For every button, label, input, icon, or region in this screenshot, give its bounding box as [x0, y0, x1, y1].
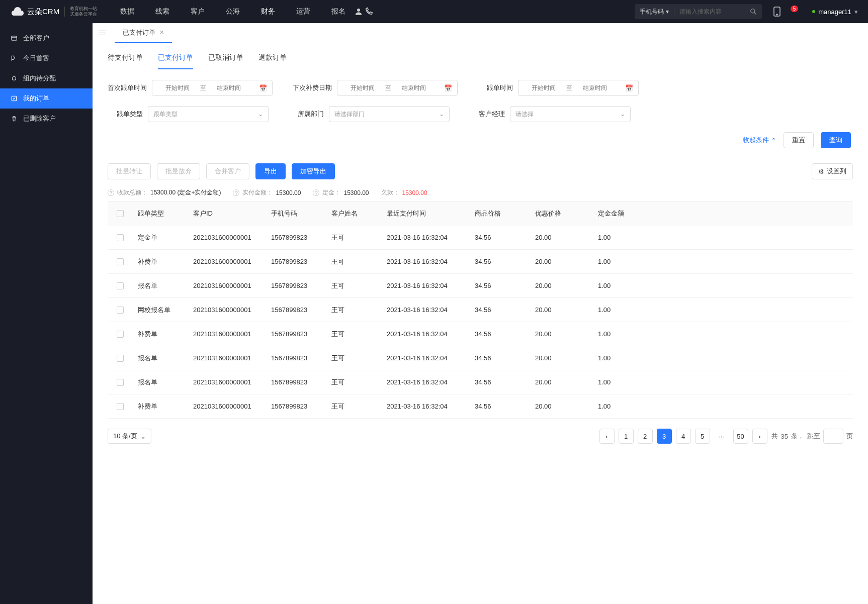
user-menu[interactable]: manager11▾ — [812, 8, 858, 16]
collapse-filters-link[interactable]: 收起条件⌃ — [743, 136, 776, 145]
next-fee-date-range[interactable]: 至📅 — [337, 80, 458, 96]
nav-item-6[interactable]: 报名 — [323, 0, 354, 23]
column-settings-button[interactable]: ⚙设置列 — [812, 163, 853, 179]
export-button[interactable]: 导出 — [255, 163, 286, 179]
follow-time-date-range[interactable]: 至📅 — [518, 80, 639, 96]
merge-customer-button[interactable]: 合并客户 — [206, 163, 249, 179]
sidebar-item-2[interactable]: 组内待分配 — [0, 68, 93, 88]
page-button-3[interactable]: 3 — [657, 429, 672, 444]
next-page-button[interactable]: › — [752, 429, 767, 444]
nav-item-5[interactable]: 运营 — [288, 0, 318, 23]
next-fee-label: 下次补费日期 — [293, 83, 332, 92]
sub-tab-1[interactable]: 已支付订单 — [158, 53, 193, 69]
page-button-5[interactable]: 5 — [695, 429, 710, 444]
page-button-4[interactable]: 4 — [676, 429, 691, 444]
cell-deposit: 1.00 — [598, 282, 643, 289]
select-all-checkbox[interactable] — [117, 210, 124, 217]
query-button[interactable]: 查询 — [821, 132, 851, 148]
page-ellipsis: ··· — [714, 429, 729, 444]
cell-phone: 1567899823 — [271, 330, 331, 338]
table-row[interactable]: 网校报名单20210316000000011567899823王可2021-03… — [108, 298, 853, 322]
search-input[interactable] — [674, 8, 750, 15]
search-icon[interactable] — [750, 8, 757, 15]
cell-phone: 1567899823 — [271, 354, 331, 362]
mobile-icon[interactable] — [772, 7, 782, 17]
cell-id: 2021031600000001 — [193, 258, 271, 265]
dept-select[interactable]: 请选择部门⌄ — [329, 106, 450, 122]
sidebar-item-4[interactable]: 已删除客户 — [0, 109, 93, 129]
table-row[interactable]: 报名单20210316000000011567899823王可2021-03-1… — [108, 346, 853, 370]
sidebar-item-0[interactable]: 全部客户 — [0, 28, 93, 48]
dept-label: 所属部门 — [289, 110, 324, 119]
row-checkbox[interactable] — [117, 258, 124, 265]
table-row[interactable]: 报名单20210316000000011567899823王可2021-03-1… — [108, 370, 853, 394]
end-date-input[interactable] — [209, 84, 249, 91]
row-checkbox[interactable] — [117, 355, 124, 362]
table-row[interactable]: 补费单20210316000000011567899823王可2021-03-1… — [108, 322, 853, 346]
user-icon[interactable] — [354, 7, 364, 17]
bell-icon[interactable]: 5 — [792, 7, 802, 17]
row-checkbox[interactable] — [117, 403, 124, 410]
table-row[interactable]: 补费单20210316000000011567899823王可2021-03-1… — [108, 394, 853, 419]
cell-deposit: 1.00 — [598, 258, 643, 265]
cell-type: 补费单 — [133, 330, 193, 339]
cell-name: 王可 — [331, 306, 387, 315]
manager-label: 客户经理 — [470, 110, 505, 119]
sidebar-item-3[interactable]: 我的订单 — [0, 88, 93, 109]
row-checkbox[interactable] — [117, 379, 124, 386]
manager-select[interactable]: 请选择⌄ — [510, 106, 631, 122]
start-date-input[interactable] — [524, 84, 564, 91]
row-checkbox[interactable] — [117, 282, 124, 289]
page-button-2[interactable]: 2 — [638, 429, 653, 444]
table-row[interactable]: 报名单20210316000000011567899823王可2021-03-1… — [108, 274, 853, 298]
page-size-select[interactable]: 10 条/页⌄ — [108, 429, 151, 444]
batch-abandon-button[interactable]: 批量放弃 — [157, 163, 200, 179]
svg-point-1 — [751, 9, 755, 13]
cell-price: 34.56 — [475, 354, 535, 362]
cell-deposit: 1.00 — [598, 354, 643, 362]
cell-price: 34.56 — [475, 306, 535, 314]
row-checkbox[interactable] — [117, 331, 124, 338]
first-follow-date-range[interactable]: 至📅 — [152, 80, 273, 96]
end-date-input[interactable] — [575, 84, 615, 91]
menu-toggle-icon[interactable] — [99, 28, 109, 38]
deposit-value: 15300.00 — [343, 189, 369, 196]
start-date-input[interactable] — [157, 84, 198, 91]
cell-type: 报名单 — [133, 281, 193, 290]
row-checkbox[interactable] — [117, 307, 124, 314]
cell-name: 王可 — [331, 330, 387, 339]
nav-item-2[interactable]: 客户 — [183, 0, 213, 23]
sub-tab-3[interactable]: 退款订单 — [258, 53, 287, 69]
follow-type-select[interactable]: 跟单类型⌄ — [148, 106, 269, 122]
page-button-1[interactable]: 1 — [619, 429, 634, 444]
logo[interactable]: 云朵CRM 教育机构一站式服务云平台 — [10, 6, 97, 17]
table-row[interactable]: 补费单20210316000000011567899823王可2021-03-1… — [108, 250, 853, 274]
cell-time: 2021-03-16 16:32:04 — [387, 330, 475, 338]
end-date-input[interactable] — [394, 84, 434, 91]
encrypt-export-button[interactable]: 加密导出 — [292, 163, 335, 179]
prev-page-button[interactable]: ‹ — [599, 429, 615, 444]
reset-button[interactable]: 重置 — [784, 132, 814, 148]
page-last[interactable]: 50 — [733, 429, 748, 444]
row-checkbox[interactable] — [117, 234, 124, 241]
col-name: 客户姓名 — [331, 209, 387, 218]
sub-tab-0[interactable]: 待支付订单 — [108, 53, 143, 69]
nav-item-0[interactable]: 数据 — [112, 0, 142, 23]
table-row[interactable]: 定金单20210316000000011567899823王可2021-03-1… — [108, 226, 853, 250]
phone-icon[interactable] — [364, 7, 374, 17]
sidebar-item-1[interactable]: 今日首客 — [0, 48, 93, 68]
cloud-icon — [10, 7, 24, 17]
close-icon[interactable]: ✕ — [159, 29, 164, 36]
nav-item-1[interactable]: 线索 — [147, 0, 178, 23]
nav-item-4[interactable]: 财务 — [253, 0, 283, 23]
batch-transfer-button[interactable]: 批量转让 — [108, 163, 151, 179]
tab-paid-orders[interactable]: 已支付订单✕ — [115, 23, 172, 43]
sub-tab-2[interactable]: 已取消订单 — [208, 53, 243, 69]
jump-page-input[interactable] — [823, 429, 843, 444]
cell-type: 报名单 — [133, 354, 193, 363]
search-type-select[interactable]: 手机号码▾ — [640, 8, 674, 16]
start-date-input[interactable] — [342, 84, 383, 91]
nav-item-3[interactable]: 公海 — [218, 0, 248, 23]
cell-time: 2021-03-16 16:32:04 — [387, 258, 475, 265]
search-box: 手机号码▾ — [635, 4, 762, 19]
